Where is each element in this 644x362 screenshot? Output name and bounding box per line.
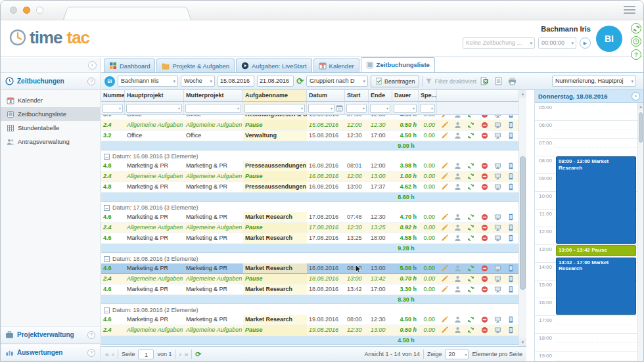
sidebar-item-antragsverwaltung[interactable]: Antragsverwaltung [1,135,100,148]
person-icon[interactable] [453,235,461,242]
page-number-input[interactable]: 1 [138,350,154,359]
phone-icon[interactable] [507,224,515,232]
filter-input-0[interactable] [103,104,123,113]
remove-icon[interactable] [480,162,488,170]
edit-icon[interactable] [440,122,448,129]
reload-icon[interactable]: ⟳ [296,76,304,87]
column-header-8[interactable]: Spe... [419,90,437,101]
table-row[interactable]: 4.6Marketing & PRMarketing & PRMarket Re… [101,233,518,244]
browser-tab[interactable] [63,6,191,20]
sync-icon[interactable] [467,286,475,294]
person-icon[interactable] [453,183,461,191]
monitor-icon[interactable] [494,183,502,191]
last-page-button[interactable]: » [185,351,189,358]
sync-icon[interactable] [467,162,475,170]
calendar-event[interactable]: 13:00 - 13:42 Pause [556,245,636,256]
window-minimize-button[interactable] [23,7,30,14]
table-row[interactable]: 3.2OfficeOfficeVerwaltung15.08.201612:30… [101,131,518,141]
phone-icon[interactable] [507,183,515,191]
sync-icon[interactable] [467,115,475,119]
remove-icon[interactable] [480,327,488,334]
scrollbar-thumb[interactable] [520,156,526,290]
table-row[interactable]: 4.6Marketing & PRMarketing & PRMarket Re… [101,284,518,295]
phone-icon[interactable] [507,132,515,140]
cal-icon[interactable] [336,104,343,112]
page-size-select[interactable]: 20 [445,350,469,359]
edit-icon[interactable] [440,183,448,191]
excel-export-icon[interactable] [479,76,490,87]
column-header-7[interactable]: Dauer [392,90,419,101]
monitor-icon[interactable] [494,265,502,273]
table-row[interactable]: 2.4Allgemeine AufgabenAllgemeine Aufgabe… [101,120,518,131]
phone-icon[interactable] [507,115,515,119]
filter-input-3[interactable] [244,104,305,113]
filter-input-4[interactable] [308,104,334,113]
sync-icon[interactable] [467,122,475,129]
edit-icon[interactable] [440,327,448,334]
scroll-down-icon[interactable]: ▼ [519,338,526,346]
phone-icon[interactable] [507,235,515,242]
filter-input-1[interactable] [126,104,182,113]
filter-status[interactable]: Filter deaktiviert [425,78,476,85]
table-row[interactable]: 2.4Allgemeine AufgabenAllgemeine Aufgabe… [101,171,518,182]
csv-export-icon[interactable] [493,76,504,87]
edit-icon[interactable] [440,162,448,170]
tab-projekte-aufgaben[interactable]: Projekte & Aufgaben [156,58,235,72]
sidebar-section-projektverwaltung[interactable]: Projektverwaltung ? [1,326,100,344]
person-icon[interactable] [453,275,461,283]
sidebar-section-zeitbuchungen[interactable]: Zeitbuchungen ? [1,72,100,90]
edit-icon[interactable] [440,275,448,283]
table-row[interactable]: 4.8Marketing & PRMarketing & PRPresseaus… [101,161,518,171]
filter-input-2[interactable] [185,104,241,113]
table-row[interactable]: 2.4Allgemeine AufgabenAllgemeine Aufgabe… [101,274,518,284]
window-close-button[interactable] [10,7,17,14]
print-icon[interactable] [507,76,518,87]
remove-icon[interactable] [480,286,488,294]
phone-icon[interactable] [507,286,515,294]
edit-icon[interactable] [440,265,448,273]
person-icon[interactable] [453,115,461,119]
booking-select[interactable]: Keine Zeitbuchung ... [463,37,535,49]
collapse-icon[interactable]: – [104,307,110,313]
monitor-icon[interactable] [494,275,502,283]
prev-page-button[interactable]: ‹ [112,351,114,358]
monitor-icon[interactable] [494,132,502,140]
monitor-icon[interactable] [494,286,502,294]
phone-icon[interactable] [507,162,515,170]
remove-icon[interactable] [480,122,488,129]
scroll-up-icon[interactable]: ▲ [519,90,526,98]
monitor-icon[interactable] [494,235,502,242]
edit-icon[interactable] [440,173,448,181]
monitor-icon[interactable] [494,162,502,170]
date-from-input[interactable]: 15.08.2016 [218,76,254,87]
table-row[interactable]: 2.4Allgemeine AufgabenAllgemeine Aufgabe… [101,223,518,233]
person-icon[interactable] [453,316,461,324]
help-quick-icon[interactable]: ? [631,49,641,60]
filter-input-8[interactable] [420,104,435,113]
phone-icon[interactable] [507,316,515,324]
date-to-input[interactable]: 21.08.2016 [257,76,294,87]
phone-icon[interactable] [507,214,515,221]
group-by-select[interactable]: Gruppiert nach D [306,76,368,87]
edit-icon[interactable] [440,132,448,140]
sidebar-item-kalender[interactable]: 3Kalender [1,93,100,107]
monitor-icon[interactable] [494,122,502,129]
edit-icon[interactable] [440,214,448,221]
sidebar-item-zeitbuchungsliste[interactable]: Zeitbuchungsliste [1,107,100,121]
filter-input-6[interactable] [370,104,390,113]
toolbar-user-select[interactable]: Bachmann Iris [118,76,178,87]
person-icon[interactable] [453,327,461,334]
remove-icon[interactable] [480,316,488,324]
tab-zeitbuchungsliste[interactable]: Zeitbuchungsliste [361,57,435,72]
user-avatar[interactable]: BI [596,26,622,52]
tab-aufgaben-livestart[interactable]: Aufgaben: LiveStart [236,58,311,72]
person-icon[interactable] [453,286,461,294]
day-panel-scrollbar[interactable]: ▲ [637,103,643,361]
monitor-icon[interactable] [494,173,502,181]
remove-icon[interactable] [480,132,488,140]
person-icon[interactable] [453,132,461,140]
table-row[interactable]: 4.6Marketing & PRMarketing & PRMarket Re… [101,315,518,325]
remove-icon[interactable] [480,235,488,242]
remove-icon[interactable] [480,224,488,232]
table-row[interactable]: 4.8Marketing & PRMarketing & PRPresseaus… [101,182,518,192]
